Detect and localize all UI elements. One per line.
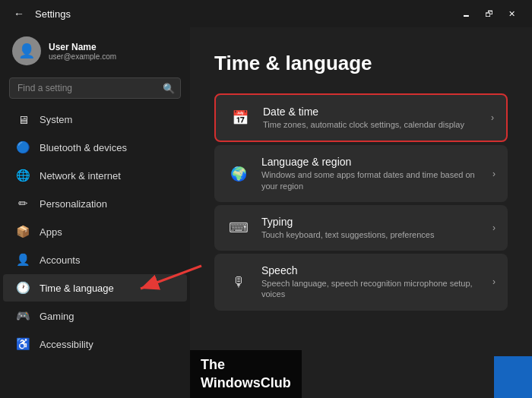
sidebar-item-apps[interactable]: 📦 Apps (3, 218, 187, 245)
content-area: Time & language 📅 Date & time Time zones… (190, 27, 532, 398)
sidebar-item-system[interactable]: 🖥 System (3, 106, 187, 133)
time-icon: 🕐 (15, 280, 30, 295)
sidebar-item-time[interactable]: 🕐 Time & language (3, 274, 187, 302)
sidebar: 👤 User Name user@example.com 🔍 🖥 System … (0, 27, 190, 398)
sidebar-label-network: Network & internet (40, 170, 121, 182)
sidebar-nav: 🖥 System 🔵 Bluetooth & devices 🌐 Network… (0, 105, 190, 392)
sidebar-label-personalization: Personalization (40, 198, 107, 210)
sidebar-label-accessibility: Accessibility (40, 339, 93, 350)
back-button[interactable]: ← (9, 6, 29, 21)
typing-title: Typing (261, 216, 482, 228)
user-name: User Name (49, 42, 116, 52)
sidebar-user[interactable]: 👤 User Name user@example.com (0, 27, 190, 74)
window-controls: 🗕 🗗 ✕ (454, 5, 523, 22)
app-body: 👤 User Name user@example.com 🔍 🖥 System … (0, 27, 532, 398)
datetime-icon: 📅 (228, 106, 252, 130)
settings-item-language[interactable]: 🌍 Language & region Windows and some app… (214, 145, 508, 202)
language-chevron: › (492, 169, 496, 179)
sidebar-label-bluetooth: Bluetooth & devices (40, 142, 127, 153)
app-title: Settings (35, 8, 448, 20)
close-button[interactable]: ✕ (500, 5, 523, 22)
settings-items: 📅 Date & time Time zones, automatic cloc… (214, 93, 508, 311)
sidebar-label-apps: Apps (40, 226, 62, 238)
sidebar-label-accounts: Accounts (40, 254, 80, 266)
minimize-button[interactable]: 🗕 (454, 5, 477, 22)
sidebar-label-system: System (40, 114, 72, 125)
sidebar-item-accounts[interactable]: 👤 Accounts (3, 246, 187, 273)
language-title: Language & region (261, 156, 482, 168)
typing-icon: ⌨ (226, 216, 251, 240)
sidebar-item-accessibility[interactable]: ♿ Accessibility (3, 330, 187, 358)
typing-chevron: › (492, 223, 496, 233)
personalization-icon: ✏ (15, 196, 30, 211)
datetime-title: Date & time (263, 106, 480, 118)
watermark-blue (494, 356, 532, 398)
avatar: 👤 (12, 36, 41, 65)
typing-subtitle: Touch keyboard, text suggestions, prefer… (261, 229, 482, 240)
language-text: Language & region Windows and some apps … (261, 156, 482, 191)
sidebar-label-gaming: Gaming (40, 311, 74, 322)
search-input[interactable] (9, 77, 181, 99)
speech-chevron: › (492, 276, 496, 287)
search-container: 🔍 (9, 77, 181, 99)
accounts-icon: 👤 (15, 252, 30, 267)
maximize-button[interactable]: 🗗 (477, 5, 500, 22)
user-email: user@example.com (49, 52, 116, 61)
settings-item-typing[interactable]: ⌨ Typing Touch keyboard, text suggestion… (214, 205, 508, 251)
speech-title: Speech (261, 264, 482, 276)
system-icon: 🖥 (15, 112, 30, 127)
sidebar-item-network[interactable]: 🌐 Network & internet (3, 162, 187, 189)
datetime-subtitle: Time zones, automatic clock settings, ca… (263, 119, 480, 130)
speech-icon: 🎙 (226, 270, 251, 294)
typing-text: Typing Touch keyboard, text suggestions,… (261, 216, 482, 240)
title-bar: ← Settings 🗕 🗗 ✕ (0, 0, 532, 27)
speech-text: Speech Speech language, speech recogniti… (261, 264, 482, 300)
accessibility-icon: ♿ (15, 336, 30, 352)
sidebar-item-bluetooth[interactable]: 🔵 Bluetooth & devices (3, 134, 187, 161)
watermark: The WindowsClub (190, 350, 302, 398)
network-icon: 🌐 (15, 168, 30, 183)
page-title: Time & language (214, 52, 508, 75)
sidebar-item-gaming[interactable]: 🎮 Gaming (3, 302, 187, 330)
search-icon: 🔍 (163, 83, 175, 94)
language-icon: 🌍 (226, 162, 251, 186)
gaming-icon: 🎮 (15, 308, 30, 324)
bluetooth-icon: 🔵 (15, 140, 30, 155)
settings-item-datetime[interactable]: 📅 Date & time Time zones, automatic cloc… (214, 93, 508, 142)
sidebar-item-personalization[interactable]: ✏ Personalization (3, 190, 187, 217)
language-subtitle: Windows and some apps format dates and t… (261, 169, 482, 191)
datetime-chevron: › (491, 112, 494, 123)
speech-subtitle: Speech language, speech recognition micr… (261, 278, 482, 300)
apps-icon: 📦 (15, 224, 30, 239)
user-info: User Name user@example.com (49, 42, 116, 61)
sidebar-label-time: Time & language (40, 283, 114, 294)
datetime-text: Date & time Time zones, automatic clock … (263, 106, 480, 130)
settings-item-speech[interactable]: 🎙 Speech Speech language, speech recogni… (214, 254, 508, 311)
